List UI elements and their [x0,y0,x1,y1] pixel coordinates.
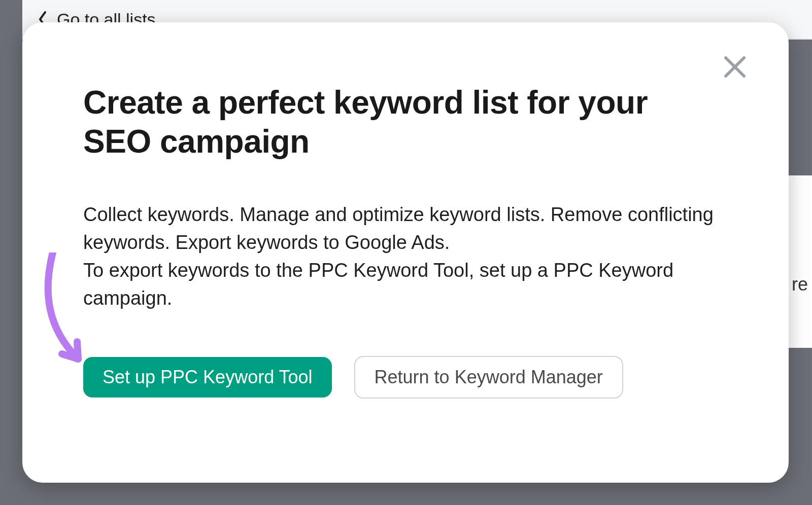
background-right-fragment: re [792,274,808,295]
modal-paragraph-1: Collect keywords. Manage and optimize ke… [83,201,728,257]
setup-ppc-keyword-tool-button[interactable]: Set up PPC Keyword Tool [83,357,332,398]
export-modal: Create a perfect keyword list for your S… [22,22,789,483]
close-button[interactable] [721,53,749,81]
modal-paragraph-2: To export keywords to the PPC Keyword To… [83,257,728,312]
close-icon [721,53,749,81]
modal-body: Collect keywords. Manage and optimize ke… [83,201,728,312]
return-to-keyword-manager-button[interactable]: Return to Keyword Manager [354,356,623,399]
modal-title: Create a perfect keyword list for your S… [83,83,687,161]
modal-button-row: Set up PPC Keyword Tool Return to Keywor… [83,356,728,399]
